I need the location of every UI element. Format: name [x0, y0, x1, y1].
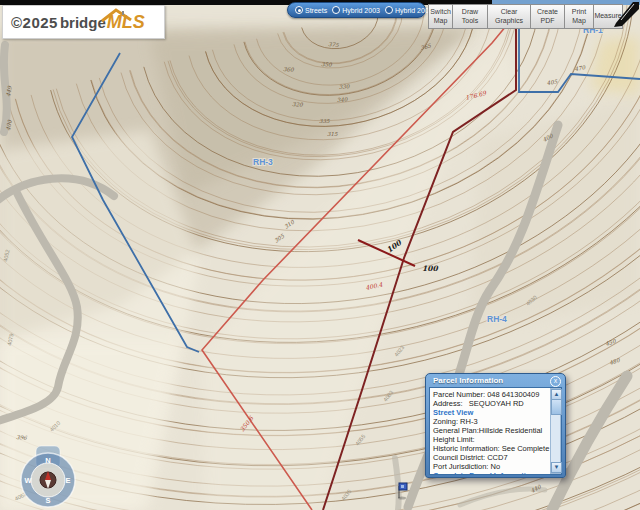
popup-scrollbar[interactable]: ▲ ▼ — [550, 388, 561, 474]
create-pdf-button[interactable]: Create PDF — [531, 4, 565, 29]
compass-west-label: W — [24, 476, 32, 485]
scroll-thumb[interactable] — [551, 399, 562, 415]
brand-logo: ©2025 bridge MLS — [2, 5, 165, 39]
parcel-info-link[interactable]: Street View — [433, 408, 561, 417]
parcel-info-field: Port Jurisdiction: No — [433, 462, 561, 471]
contour-elevation-label: 350 — [321, 61, 332, 68]
parcel-info-field: Parcel Number: 048 641300409 — [433, 390, 561, 399]
zoning-label: RH-3 — [253, 157, 273, 167]
contour-elevation-label: 330 — [339, 83, 350, 90]
contour-elevation-label: 375 — [328, 41, 340, 48]
map-application-window: 3753653503603303403203353153103054054004… — [0, 0, 640, 510]
parcel-info-field: General Plan:Hillside Residential — [433, 426, 561, 435]
contour-elevation-label: 335 — [319, 118, 330, 124]
close-icon[interactable]: x — [550, 376, 561, 387]
measure-distance-label: 100 — [422, 264, 438, 273]
parcel-info-body: Parcel Number: 048 641300409Address: SEQ… — [429, 387, 562, 475]
compass-east-label: E — [65, 476, 70, 485]
contour-elevation-label: 315 — [327, 131, 338, 137]
print-map-button[interactable]: Print Map — [565, 4, 594, 29]
basemap-selector: StreetsHybrid 2003Hybrid 2007 — [287, 2, 426, 18]
roof-icon — [100, 8, 134, 22]
radio-selected-icon[interactable] — [295, 6, 303, 14]
scroll-down-icon[interactable]: ▼ — [551, 462, 562, 473]
contour-elevation-label: 396 — [16, 434, 27, 441]
parcel-info-field: Zoning: RH-3 — [433, 417, 561, 426]
basemap-option-hybrid-2003[interactable]: Hybrid 2003 — [332, 6, 380, 14]
map-toolbar: Switch MapDraw ToolsClear GraphicsCreate… — [428, 4, 623, 29]
basemap-option-label: Streets — [305, 7, 327, 14]
copyright-text: ©2025 — [11, 14, 58, 31]
parcel-info-link[interactable]: Complete Parcel Information — [433, 471, 561, 475]
contour-elevation-label: 340 — [337, 96, 348, 103]
basemap-option-streets[interactable]: Streets — [295, 6, 327, 14]
parcel-info-field: Height Limit: — [433, 435, 561, 444]
popup-title: Parcel Information — [433, 376, 503, 385]
compass-south-label: S — [45, 496, 50, 505]
radio-icon[interactable] — [332, 6, 340, 14]
clear-graphics-button[interactable]: Clear Graphics — [488, 4, 531, 29]
parcel-info-field: Address: SEQUOYAH RD — [433, 399, 561, 408]
zoning-label: RH-4 — [487, 314, 507, 324]
basemap-option-hybrid-2007[interactable]: Hybrid 2007 — [385, 6, 433, 14]
basemap-option-label: Hybrid 2003 — [342, 7, 380, 14]
brand-name: bridge — [60, 14, 106, 31]
compass-north-label: N — [45, 456, 50, 465]
parcel-information-popup: Parcel Information x Parcel Number: 048 … — [425, 373, 566, 478]
contour-elevation-label: 320 — [292, 101, 303, 108]
radio-icon[interactable] — [385, 6, 393, 14]
parcel-info-field: Historic Information: See Complete Info — [433, 444, 561, 453]
pencil-icon — [613, 0, 640, 27]
parcel-info-field: Council District: CCD7 — [433, 453, 561, 462]
contour-elevation-label: 360 — [283, 66, 294, 73]
draw-tools-button[interactable]: Draw Tools — [453, 4, 488, 29]
switch-map-button[interactable]: Switch Map — [428, 4, 453, 29]
